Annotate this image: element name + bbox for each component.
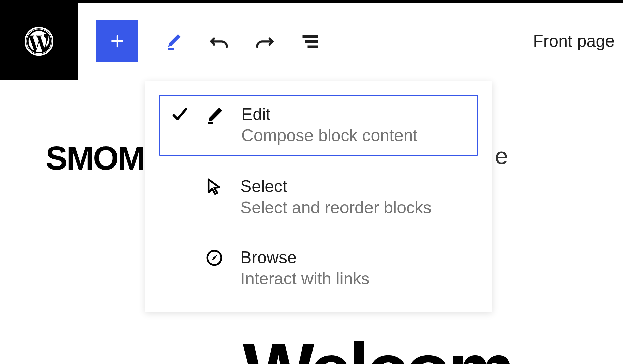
- top-black-bar: [0, 0, 623, 3]
- dropdown-item-title: Browse: [240, 248, 468, 267]
- tools-mode-button[interactable]: [164, 31, 184, 51]
- dropdown-item-desc: Select and reorder blocks: [240, 198, 468, 218]
- redo-button[interactable]: [255, 31, 275, 51]
- dropdown-item-browse[interactable]: Browse Interact with links: [159, 239, 478, 298]
- checkmark-icon: [171, 105, 189, 124]
- plus-icon: [109, 33, 125, 49]
- svg-rect-2: [168, 48, 174, 50]
- editor-toolbar: Front page: [0, 3, 623, 80]
- pencil-icon: [164, 29, 184, 53]
- wordpress-logo-button[interactable]: [0, 2, 78, 80]
- document-overview-button[interactable]: [300, 31, 320, 51]
- svg-rect-6: [208, 122, 213, 124]
- dropdown-item-title: Select: [240, 177, 468, 196]
- redo-icon: [255, 31, 275, 52]
- list-view-icon: [300, 29, 320, 53]
- dropdown-item-title: Edit: [241, 105, 467, 124]
- svg-rect-5: [308, 46, 318, 48]
- welcome-heading-partial: Welcom: [243, 326, 512, 364]
- page-title[interactable]: Front page: [533, 31, 615, 51]
- dropdown-item-edit[interactable]: Edit Compose block content: [159, 95, 478, 156]
- tools-mode-dropdown: Edit Compose block content Select Select…: [145, 81, 492, 312]
- dropdown-item-select[interactable]: Select Select and reorder blocks: [159, 168, 478, 227]
- dropdown-item-desc: Compose block content: [241, 125, 467, 146]
- site-title-partial: SMOM: [46, 139, 144, 177]
- compass-icon: [205, 248, 224, 267]
- svg-rect-3: [303, 35, 318, 38]
- wordpress-icon: [25, 27, 53, 56]
- nav-text-partial: e: [495, 143, 508, 170]
- pencil-draw-icon: [206, 105, 225, 124]
- toolbar-button-group: [78, 20, 320, 62]
- undo-icon: [209, 31, 229, 52]
- dropdown-item-desc: Interact with links: [240, 269, 468, 289]
- add-block-button[interactable]: [96, 20, 138, 62]
- cursor-icon: [205, 177, 224, 196]
- undo-button[interactable]: [209, 31, 229, 51]
- svg-rect-4: [305, 40, 318, 43]
